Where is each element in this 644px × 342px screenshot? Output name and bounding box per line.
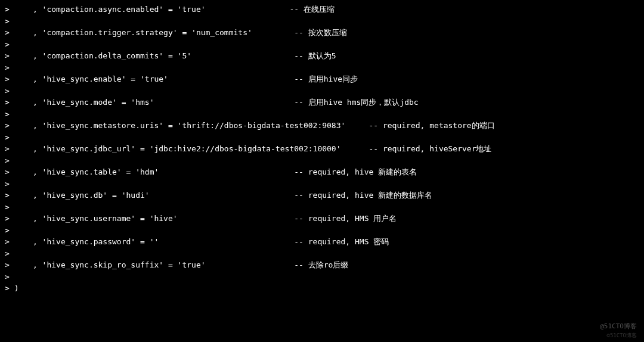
- sql-line: > , 'compaction.trigger.strategy' = 'num…: [5, 27, 639, 39]
- sql-line: > , 'compaction.delta_commits' = '5' -- …: [5, 50, 639, 62]
- sql-line: > , 'compaction.async.enabled' = 'true' …: [5, 4, 639, 15]
- sql-line: > , 'hive_sync.metastore.uris' = 'thrift…: [5, 120, 639, 132]
- sql-line: >: [5, 15, 639, 27]
- sql-line: >: [5, 85, 639, 97]
- sql-line: >: [5, 62, 639, 74]
- sql-line: > , 'hive_sync.username' = 'hive' -- req…: [5, 213, 639, 225]
- sql-line: >: [5, 271, 639, 283]
- sql-line: > , 'hive_sync.jdbc_url' = 'jdbc:hive2:/…: [5, 143, 639, 155]
- sql-line: >: [5, 225, 639, 237]
- sql-line: >: [5, 39, 639, 51]
- sql-line: > , 'hive_sync.skip_ro_suffix' = 'true' …: [5, 259, 639, 271]
- sql-line: > , 'hive_sync.db' = 'hudi' -- required,…: [5, 189, 639, 201]
- sql-line: >: [5, 132, 639, 144]
- sql-line: >: [5, 155, 639, 167]
- sql-line: > , 'hive_sync.password' = '' -- require…: [5, 236, 639, 248]
- terminal-output: > , 'compaction.async.enabled' = 'true' …: [5, 4, 639, 294]
- sql-line: > ): [5, 282, 639, 294]
- watermark: @51CTO博客: [600, 322, 637, 332]
- terminal-spacer: [5, 294, 639, 343]
- sql-line: > , 'hive_sync.enable' = 'true' -- 启用hiv…: [5, 73, 639, 85]
- sql-line: > , 'hive_sync.table' = 'hdm' -- require…: [5, 166, 639, 178]
- sql-line: >: [5, 108, 639, 120]
- watermark-sub: ©51CTO博客: [606, 332, 637, 340]
- sql-line: > , 'hive_sync.mode' = 'hms' -- 启用hive h…: [5, 97, 639, 108]
- sql-line: >: [5, 248, 639, 260]
- sql-line: >: [5, 178, 639, 190]
- sql-line: >: [5, 201, 639, 213]
